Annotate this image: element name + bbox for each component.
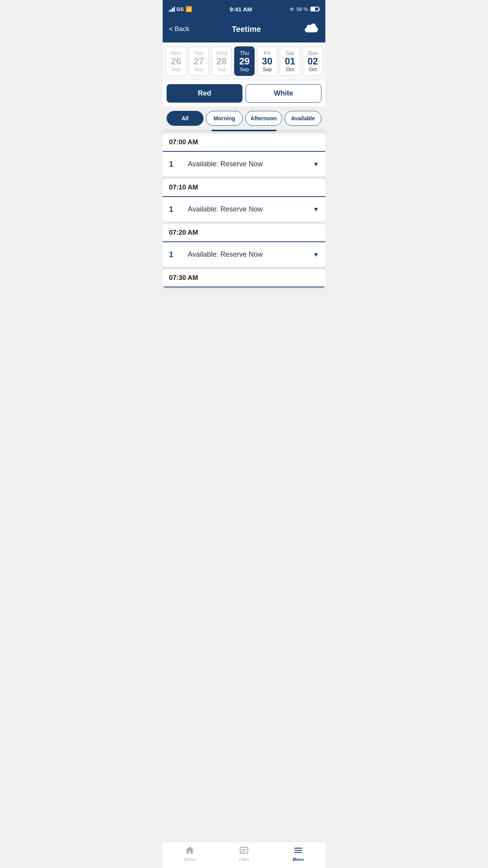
calendar-day-tue-27-sep[interactable]: Tue 27 Sep [189, 46, 209, 76]
day-name: Mon [171, 50, 181, 56]
day-month: Sep [217, 66, 226, 72]
tee-slot-number: 1 [169, 205, 182, 214]
page-title: Teetime [232, 25, 261, 34]
day-name: Sun [308, 50, 318, 56]
tee-time-header: 07:10 AM [163, 179, 325, 197]
tee-time-row[interactable]: 1 Available: Reserve Now ▼ [163, 242, 325, 267]
day-num: 01 [285, 56, 295, 66]
tee-chevron-down-icon: ▼ [313, 206, 319, 213]
filter-bar: AllMorningAfternoonAvailable [163, 107, 325, 130]
tee-slot-slot-0700: 07:00 AM 1 Available: Reserve Now ▼ [163, 134, 325, 177]
cloud-button[interactable] [303, 21, 319, 37]
calendar-day-sun-02-oct[interactable]: Sun 02 Oct [303, 46, 323, 76]
signal-icon [169, 7, 175, 12]
cloud-icon [304, 24, 318, 35]
day-month: Sep [194, 66, 203, 72]
day-name: Thu [240, 50, 249, 56]
calendar-day-mon-26-sep[interactable]: Mon 26 Sep [166, 46, 186, 76]
day-month: Oct [309, 66, 317, 72]
nav-header: < Back Teetime [163, 17, 325, 42]
tee-slot-slot-0720: 07:20 AM 1 Available: Reserve Now ▼ [163, 224, 325, 267]
day-name: Sat [286, 50, 294, 56]
course-selector: RedWhite [163, 80, 325, 107]
status-right: ✲ 58 % [290, 6, 319, 12]
day-name: Tue [194, 50, 204, 56]
day-num: 30 [262, 56, 273, 66]
filter-btn-all[interactable]: All [167, 111, 204, 126]
filter-btn-morning[interactable]: Morning [206, 111, 243, 126]
back-label: Back [175, 25, 190, 33]
course-btn-red[interactable]: Red [167, 84, 242, 103]
tee-time-row[interactable]: 1 Available: Reserve Now ▼ [163, 197, 325, 222]
wifi-icon: 📶 [185, 6, 192, 12]
day-month: Sep [171, 66, 180, 72]
main-content: Mon 26 Sep Tue 27 Sep Wed 28 Sep Thu 29 … [163, 42, 325, 321]
filter-btn-afternoon[interactable]: Afternoon [245, 111, 282, 126]
day-num: 28 [216, 56, 227, 66]
tee-slot-slot-0730: 07:30 AM [163, 269, 325, 287]
day-month: Oct [286, 66, 294, 72]
calendar-strip: Mon 26 Sep Tue 27 Sep Wed 28 Sep Thu 29 … [163, 42, 325, 80]
tee-slot-label: Available: Reserve Now [188, 250, 313, 259]
battery-icon [310, 7, 319, 11]
back-button[interactable]: < Back [169, 25, 189, 33]
status-time: 9:41 AM [230, 6, 252, 13]
tee-slot-label: Available: Reserve Now [188, 160, 313, 168]
tee-slot-label: Available: Reserve Now [188, 205, 313, 213]
day-num: 27 [194, 56, 204, 66]
scroll-indicator [163, 130, 325, 131]
calendar-day-sat-01-oct[interactable]: Sat 01 Oct [280, 46, 300, 76]
day-num: 26 [171, 56, 182, 66]
tee-slot-number: 1 [169, 250, 182, 259]
tee-time-header: 07:30 AM [163, 269, 325, 287]
tee-time-header: 07:00 AM [163, 134, 325, 152]
day-num: 29 [239, 56, 250, 66]
day-num: 02 [308, 56, 318, 66]
day-name: Fri [264, 50, 270, 56]
carrier-label: GS [176, 6, 184, 12]
calendar-day-thu-29-sep[interactable]: Thu 29 Sep [234, 46, 255, 76]
tee-chevron-down-icon: ▼ [313, 251, 319, 258]
tee-time-row[interactable]: 1 Available: Reserve Now ▼ [163, 152, 325, 177]
tee-time-header: 07:20 AM [163, 224, 325, 242]
course-btn-white[interactable]: White [246, 84, 321, 103]
filter-btn-available[interactable]: Available [284, 111, 321, 126]
back-chevron-icon: < [169, 25, 173, 33]
tee-slot-slot-0710: 07:10 AM 1 Available: Reserve Now ▼ [163, 179, 325, 222]
tee-list: 07:00 AM 1 Available: Reserve Now ▼ 07:1… [163, 131, 325, 290]
status-bar: GS 📶 9:41 AM ✲ 58 % [163, 0, 325, 17]
tee-slot-number: 1 [169, 160, 182, 169]
day-name: Wed [216, 50, 227, 56]
calendar-day-wed-28-sep[interactable]: Wed 28 Sep [211, 46, 232, 76]
battery-percent: 58 % [296, 6, 308, 12]
day-month: Sep [240, 66, 249, 72]
bluetooth-icon: ✲ [290, 6, 294, 12]
calendar-day-fri-30-sep[interactable]: Fri 30 Sep [257, 46, 277, 76]
day-month: Sep [262, 66, 272, 72]
tee-chevron-down-icon: ▼ [313, 161, 319, 168]
status-left: GS 📶 [169, 6, 192, 12]
